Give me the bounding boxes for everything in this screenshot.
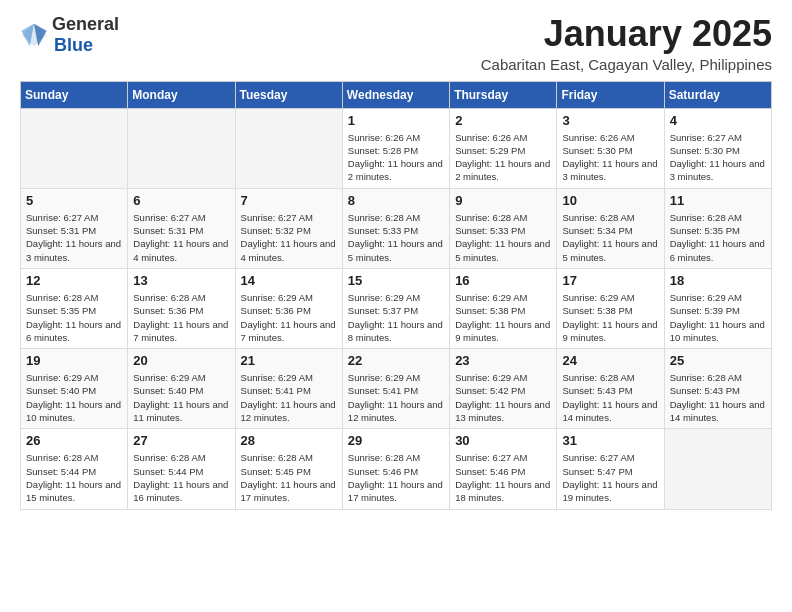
day-number: 5 [26, 193, 122, 208]
col-wednesday: Wednesday [342, 81, 449, 108]
calendar-day-cell: 9Sunrise: 6:28 AMSunset: 5:33 PMDaylight… [450, 188, 557, 268]
calendar-day-cell: 6Sunrise: 6:27 AMSunset: 5:31 PMDaylight… [128, 188, 235, 268]
calendar-day-cell: 21Sunrise: 6:29 AMSunset: 5:41 PMDayligh… [235, 349, 342, 429]
calendar-week-row: 1Sunrise: 6:26 AMSunset: 5:28 PMDaylight… [21, 108, 772, 188]
day-info: Sunrise: 6:29 AMSunset: 5:41 PMDaylight:… [348, 371, 444, 424]
day-info: Sunrise: 6:28 AMSunset: 5:44 PMDaylight:… [26, 451, 122, 504]
day-number: 16 [455, 273, 551, 288]
day-number: 12 [26, 273, 122, 288]
calendar-day-cell: 2Sunrise: 6:26 AMSunset: 5:29 PMDaylight… [450, 108, 557, 188]
calendar-day-cell: 23Sunrise: 6:29 AMSunset: 5:42 PMDayligh… [450, 349, 557, 429]
days-header-row: Sunday Monday Tuesday Wednesday Thursday… [21, 81, 772, 108]
calendar-wrapper: Sunday Monday Tuesday Wednesday Thursday… [0, 81, 792, 520]
location-title: Cabaritan East, Cagayan Valley, Philippi… [481, 56, 772, 73]
logo: General Blue [20, 14, 119, 56]
calendar-day-cell: 16Sunrise: 6:29 AMSunset: 5:38 PMDayligh… [450, 268, 557, 348]
day-number: 14 [241, 273, 337, 288]
calendar-day-cell: 29Sunrise: 6:28 AMSunset: 5:46 PMDayligh… [342, 429, 449, 509]
calendar-day-cell: 20Sunrise: 6:29 AMSunset: 5:40 PMDayligh… [128, 349, 235, 429]
day-number: 27 [133, 433, 229, 448]
calendar-day-cell: 3Sunrise: 6:26 AMSunset: 5:30 PMDaylight… [557, 108, 664, 188]
day-info: Sunrise: 6:27 AMSunset: 5:31 PMDaylight:… [133, 211, 229, 264]
day-info: Sunrise: 6:29 AMSunset: 5:37 PMDaylight:… [348, 291, 444, 344]
day-info: Sunrise: 6:29 AMSunset: 5:36 PMDaylight:… [241, 291, 337, 344]
day-info: Sunrise: 6:29 AMSunset: 5:38 PMDaylight:… [455, 291, 551, 344]
day-number: 15 [348, 273, 444, 288]
day-number: 31 [562, 433, 658, 448]
day-info: Sunrise: 6:26 AMSunset: 5:29 PMDaylight:… [455, 131, 551, 184]
day-info: Sunrise: 6:29 AMSunset: 5:40 PMDaylight:… [26, 371, 122, 424]
day-info: Sunrise: 6:26 AMSunset: 5:30 PMDaylight:… [562, 131, 658, 184]
day-number: 11 [670, 193, 766, 208]
day-number: 24 [562, 353, 658, 368]
col-monday: Monday [128, 81, 235, 108]
day-number: 21 [241, 353, 337, 368]
day-number: 4 [670, 113, 766, 128]
calendar-day-cell: 27Sunrise: 6:28 AMSunset: 5:44 PMDayligh… [128, 429, 235, 509]
day-number: 9 [455, 193, 551, 208]
calendar-day-cell: 12Sunrise: 6:28 AMSunset: 5:35 PMDayligh… [21, 268, 128, 348]
day-number: 18 [670, 273, 766, 288]
calendar-day-cell: 14Sunrise: 6:29 AMSunset: 5:36 PMDayligh… [235, 268, 342, 348]
day-number: 6 [133, 193, 229, 208]
calendar-day-cell: 10Sunrise: 6:28 AMSunset: 5:34 PMDayligh… [557, 188, 664, 268]
calendar-week-row: 5Sunrise: 6:27 AMSunset: 5:31 PMDaylight… [21, 188, 772, 268]
page-header: General Blue January 2025 Cabaritan East… [0, 0, 792, 81]
calendar-week-row: 19Sunrise: 6:29 AMSunset: 5:40 PMDayligh… [21, 349, 772, 429]
col-sunday: Sunday [21, 81, 128, 108]
day-info: Sunrise: 6:27 AMSunset: 5:32 PMDaylight:… [241, 211, 337, 264]
day-info: Sunrise: 6:29 AMSunset: 5:39 PMDaylight:… [670, 291, 766, 344]
day-number: 19 [26, 353, 122, 368]
day-info: Sunrise: 6:28 AMSunset: 5:33 PMDaylight:… [455, 211, 551, 264]
calendar-day-cell: 7Sunrise: 6:27 AMSunset: 5:32 PMDaylight… [235, 188, 342, 268]
calendar-day-cell: 31Sunrise: 6:27 AMSunset: 5:47 PMDayligh… [557, 429, 664, 509]
day-info: Sunrise: 6:29 AMSunset: 5:42 PMDaylight:… [455, 371, 551, 424]
logo-icon [20, 21, 48, 49]
col-tuesday: Tuesday [235, 81, 342, 108]
day-info: Sunrise: 6:28 AMSunset: 5:35 PMDaylight:… [670, 211, 766, 264]
calendar-day-cell: 8Sunrise: 6:28 AMSunset: 5:33 PMDaylight… [342, 188, 449, 268]
day-info: Sunrise: 6:28 AMSunset: 5:34 PMDaylight:… [562, 211, 658, 264]
day-number: 29 [348, 433, 444, 448]
calendar-week-row: 26Sunrise: 6:28 AMSunset: 5:44 PMDayligh… [21, 429, 772, 509]
day-info: Sunrise: 6:28 AMSunset: 5:33 PMDaylight:… [348, 211, 444, 264]
day-number: 22 [348, 353, 444, 368]
day-info: Sunrise: 6:28 AMSunset: 5:35 PMDaylight:… [26, 291, 122, 344]
day-number: 3 [562, 113, 658, 128]
calendar-day-cell: 26Sunrise: 6:28 AMSunset: 5:44 PMDayligh… [21, 429, 128, 509]
calendar-day-cell: 1Sunrise: 6:26 AMSunset: 5:28 PMDaylight… [342, 108, 449, 188]
calendar-day-cell [664, 429, 771, 509]
calendar-day-cell: 30Sunrise: 6:27 AMSunset: 5:46 PMDayligh… [450, 429, 557, 509]
calendar-day-cell: 11Sunrise: 6:28 AMSunset: 5:35 PMDayligh… [664, 188, 771, 268]
calendar-day-cell: 25Sunrise: 6:28 AMSunset: 5:43 PMDayligh… [664, 349, 771, 429]
day-info: Sunrise: 6:27 AMSunset: 5:30 PMDaylight:… [670, 131, 766, 184]
day-info: Sunrise: 6:29 AMSunset: 5:38 PMDaylight:… [562, 291, 658, 344]
day-number: 1 [348, 113, 444, 128]
month-title: January 2025 [481, 14, 772, 54]
calendar-day-cell: 22Sunrise: 6:29 AMSunset: 5:41 PMDayligh… [342, 349, 449, 429]
day-number: 25 [670, 353, 766, 368]
day-info: Sunrise: 6:27 AMSunset: 5:47 PMDaylight:… [562, 451, 658, 504]
day-number: 23 [455, 353, 551, 368]
calendar-day-cell: 19Sunrise: 6:29 AMSunset: 5:40 PMDayligh… [21, 349, 128, 429]
col-thursday: Thursday [450, 81, 557, 108]
calendar-day-cell: 28Sunrise: 6:28 AMSunset: 5:45 PMDayligh… [235, 429, 342, 509]
day-info: Sunrise: 6:28 AMSunset: 5:43 PMDaylight:… [670, 371, 766, 424]
day-info: Sunrise: 6:26 AMSunset: 5:28 PMDaylight:… [348, 131, 444, 184]
day-info: Sunrise: 6:27 AMSunset: 5:46 PMDaylight:… [455, 451, 551, 504]
title-block: January 2025 Cabaritan East, Cagayan Val… [481, 14, 772, 73]
calendar-day-cell [21, 108, 128, 188]
day-number: 8 [348, 193, 444, 208]
calendar-day-cell: 4Sunrise: 6:27 AMSunset: 5:30 PMDaylight… [664, 108, 771, 188]
logo-blue-text: Blue [54, 35, 93, 55]
day-number: 13 [133, 273, 229, 288]
col-friday: Friday [557, 81, 664, 108]
day-number: 2 [455, 113, 551, 128]
day-number: 20 [133, 353, 229, 368]
day-info: Sunrise: 6:28 AMSunset: 5:45 PMDaylight:… [241, 451, 337, 504]
day-number: 7 [241, 193, 337, 208]
day-info: Sunrise: 6:28 AMSunset: 5:44 PMDaylight:… [133, 451, 229, 504]
day-number: 28 [241, 433, 337, 448]
day-number: 30 [455, 433, 551, 448]
day-number: 17 [562, 273, 658, 288]
